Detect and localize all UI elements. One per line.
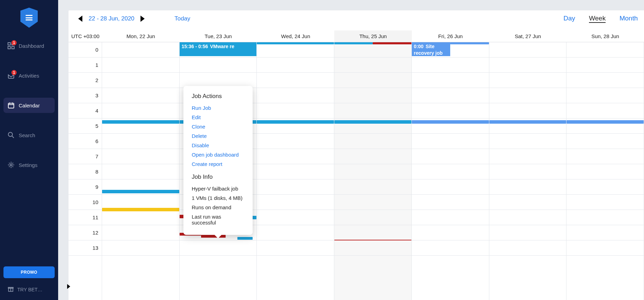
hour-label: 8 — [69, 164, 102, 179]
job-vms: 1 VMs (1 disks, 4 MB) — [192, 193, 244, 203]
day-header-row: UTC +03:00 Mon, 22 Jun Tue, 23 Jun Wed, … — [69, 30, 644, 42]
hour-label: 4 — [69, 103, 102, 118]
hour-label: 10 — [69, 195, 102, 210]
hour-label: 3 — [69, 88, 102, 103]
event-title: VMware re — [210, 44, 234, 49]
job-context-popover: Job Actions Run Job Edit Clone Delete Di… — [183, 86, 253, 235]
event-bar[interactable] — [412, 120, 489, 124]
gift-icon — [8, 286, 14, 293]
next-week-button[interactable] — [140, 16, 145, 22]
event-bar[interactable] — [257, 120, 334, 124]
event-bar[interactable] — [201, 235, 226, 238]
current-time-line — [334, 240, 411, 240]
dashboard-badge: 1 — [11, 40, 17, 45]
hour-label: 1 — [69, 58, 102, 73]
calendar-toolbar: 22 - 28 Jun, 2020 Today Day Week Month — [69, 10, 644, 26]
sidebar-item-label: Settings — [19, 162, 37, 168]
action-edit[interactable]: Edit — [192, 113, 244, 122]
action-clone[interactable]: Clone — [192, 122, 244, 131]
sidebar-item-search[interactable]: Search — [3, 127, 55, 143]
try-beta-link[interactable]: TRY BET… — [3, 284, 55, 295]
event-bar[interactable] — [102, 208, 179, 211]
day-col-sun[interactable] — [566, 42, 644, 300]
day-col-sat[interactable] — [489, 42, 567, 300]
sidebar-nav: 1 Dashboard 1 Activities Calendar Search — [0, 38, 58, 187]
day-header: Fri, 26 Jun — [412, 30, 489, 42]
day-header: Sun, 28 Jun — [566, 30, 644, 42]
logo — [0, 0, 58, 38]
svg-point-10 — [10, 164, 12, 166]
view-week[interactable]: Week — [589, 15, 606, 23]
promo-button[interactable]: PROMO — [3, 266, 55, 278]
event-vmware[interactable]: 15:36 - 0:56VMware re — [180, 42, 257, 56]
sidebar-item-calendar[interactable]: Calendar — [3, 98, 55, 113]
action-disable[interactable]: Disable — [192, 141, 244, 150]
day-col-thu[interactable] — [334, 42, 412, 300]
event-bar[interactable] — [489, 120, 566, 124]
timezone-label: UTC +03:00 — [69, 30, 102, 42]
hour-label: 0 — [69, 42, 102, 58]
event-bar[interactable] — [566, 120, 644, 124]
view-day[interactable]: Day — [563, 15, 575, 23]
svg-rect-3 — [12, 46, 14, 49]
activities-icon: 1 — [8, 72, 15, 79]
gear-icon — [8, 161, 15, 168]
sidebar-item-settings[interactable]: Settings — [3, 157, 55, 173]
calendar-panel: 22 - 28 Jun, 2020 Today Day Week Month U… — [69, 10, 644, 300]
sidebar-item-label: Search — [19, 132, 35, 138]
job-last-run: Last run was successful — [192, 212, 244, 227]
action-delete[interactable]: Delete — [192, 131, 244, 141]
svg-rect-4 — [8, 103, 14, 108]
event-time: 15:36 - 0:56 — [182, 44, 208, 49]
search-icon — [8, 132, 15, 139]
event-bar[interactable] — [102, 120, 179, 124]
event-bar[interactable] — [237, 237, 253, 240]
day-col-wed[interactable] — [257, 42, 334, 300]
date-range: 22 - 28 Jun, 2020 — [89, 15, 134, 22]
event-bar[interactable] — [450, 42, 489, 44]
sidebar-item-label: Activities — [19, 73, 39, 79]
hour-label: 11 — [69, 210, 102, 225]
day-header: Thu, 25 Jun — [334, 30, 412, 42]
event-bar[interactable] — [334, 120, 411, 124]
calendar-icon — [8, 102, 15, 109]
day-header: Mon, 22 Jun — [102, 30, 180, 42]
dashboard-icon: 1 — [8, 42, 15, 49]
sidebar-item-label: Dashboard — [19, 43, 44, 49]
day-header: Tue, 23 Jun — [180, 30, 257, 42]
calendar-grid: 0 1 2 3 4 5 6 7 8 9 10 11 12 13 — [69, 42, 644, 300]
event-bar[interactable] — [102, 190, 179, 193]
job-schedule: Runs on demand — [192, 203, 244, 212]
event-site-recovery[interactable]: 0:00Site recovery job — [412, 42, 450, 56]
popover-actions-heading: Job Actions — [192, 93, 244, 100]
action-run-job[interactable]: Run Job — [192, 103, 244, 113]
view-month[interactable]: Month — [619, 15, 638, 23]
today-button[interactable]: Today — [174, 15, 190, 22]
event-time: 0:00 — [414, 44, 424, 49]
hour-label: 12 — [69, 225, 102, 240]
hour-label: 7 — [69, 149, 102, 164]
hour-label: 9 — [69, 179, 102, 195]
action-create-report[interactable]: Create report — [192, 159, 244, 169]
sidebar-item-dashboard[interactable]: 1 Dashboard — [3, 38, 55, 53]
day-header: Sat, 27 Jun — [489, 30, 567, 42]
event-bar[interactable] — [373, 42, 411, 44]
hour-label: 5 — [69, 118, 102, 134]
sidebar-item-activities[interactable]: 1 Activities — [3, 68, 55, 83]
job-name: Hyper-V failback job — [192, 184, 244, 193]
popover-info-heading: Job Info — [192, 174, 244, 180]
event-bar[interactable] — [257, 42, 334, 44]
action-open-dashboard[interactable]: Open job dashboard — [192, 150, 244, 159]
hour-label: 13 — [69, 240, 102, 256]
day-col-mon[interactable] — [102, 42, 180, 300]
sidebar-item-label: Calendar — [19, 103, 40, 108]
try-beta-label: TRY BET… — [17, 287, 43, 292]
hour-label: 6 — [69, 134, 102, 149]
day-header: Wed, 24 Jun — [257, 30, 334, 42]
svg-rect-2 — [8, 46, 10, 49]
prev-week-button[interactable] — [78, 16, 82, 22]
svg-rect-0 — [8, 43, 10, 45]
event-bar[interactable] — [334, 42, 373, 44]
view-switch: Day Week Month — [563, 15, 638, 23]
day-col-fri[interactable]: 0:00Site recovery job — [412, 42, 489, 300]
